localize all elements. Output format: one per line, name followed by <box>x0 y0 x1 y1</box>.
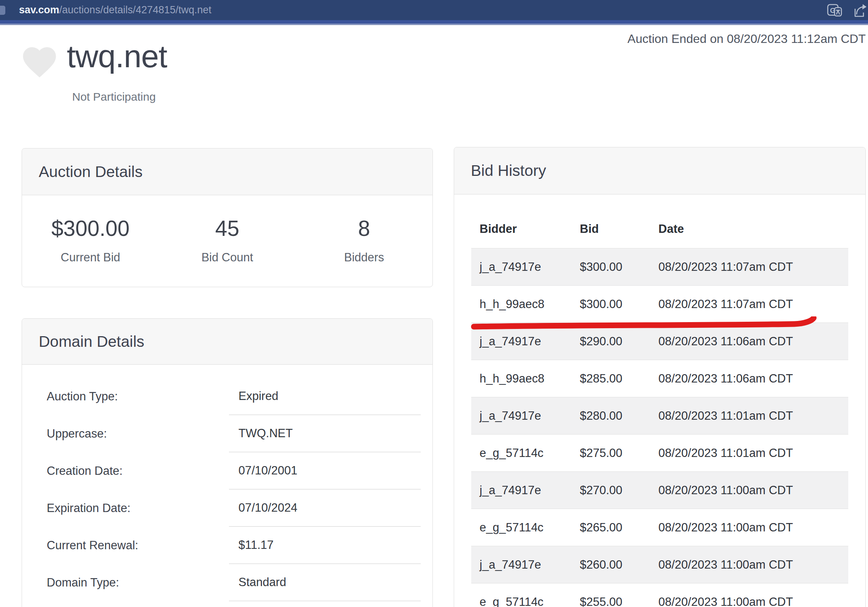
url-domain: sav.com <box>19 4 59 16</box>
bid-row: e_g_57114c$265.0008/20/2023 11:00am CDT <box>471 509 848 546</box>
top-bar-accent-strip <box>0 20 868 24</box>
bid-row-amount: $260.00 <box>580 558 658 572</box>
participation-status: Not Participating <box>72 90 156 103</box>
bid-row-bidder: j_a_74917e <box>471 558 580 572</box>
bid-row-bidder: e_g_57114c <box>471 595 580 607</box>
domain-detail-label: Creation Date: <box>47 464 123 478</box>
domain-detail-label: Domain Type: <box>47 576 119 590</box>
bid-history-card: Bid History Bidder Bid Date j_a_74917e$3… <box>454 147 866 607</box>
share-icon[interactable] <box>851 2 867 19</box>
translate-icon[interactable]: G <box>826 2 843 19</box>
bid-row-bidder: j_a_74917e <box>471 260 580 274</box>
bid-row-date: 08/20/2023 11:00am CDT <box>658 558 848 572</box>
bid-row: j_a_74917e$290.0008/20/2023 11:06am CDT <box>471 322 848 360</box>
bid-row-bidder: j_a_74917e <box>471 484 580 497</box>
stat-current-bid: $300.00 Current Bid <box>22 216 159 264</box>
bid-row-date: 08/20/2023 11:01am CDT <box>658 409 848 423</box>
bid-row-amount: $290.00 <box>580 335 658 348</box>
page-title: twq.net <box>67 38 167 75</box>
bid-row-date: 08/20/2023 11:06am CDT <box>658 372 848 386</box>
bid-history-body: j_a_74917e$300.0008/20/2023 11:07am CDTh… <box>471 248 848 607</box>
domain-detail-value: Standard <box>229 564 421 601</box>
domain-details-title: Domain Details <box>22 319 432 365</box>
bid-row-date: 08/20/2023 11:07am CDT <box>658 260 848 274</box>
bid-row-date: 08/20/2023 11:07am CDT <box>658 297 848 311</box>
auction-details-title: Auction Details <box>22 149 432 195</box>
bid-row-bidder: j_a_74917e <box>471 409 580 423</box>
bid-row: e_g_57114c$275.0008/20/2023 11:01am CDT <box>471 434 848 471</box>
domain-detail-value: 07/10/2024 <box>229 490 421 527</box>
bid-row-amount: $255.00 <box>580 595 658 607</box>
column-header-bidder: Bidder <box>471 222 580 236</box>
address-bar[interactable]: sav.com/auctions/details/4274815/twq.net <box>19 0 211 20</box>
bid-row: e_g_57114c$255.0008/20/2023 11:00am CDT <box>471 583 848 607</box>
bid-count-label: Bid Count <box>159 251 295 264</box>
domain-detail-row: Uppercase:TWQ.NET <box>22 415 432 452</box>
domain-detail-row: Current Renewal:$11.17 <box>22 527 432 564</box>
bid-history-title: Bid History <box>454 147 865 194</box>
bid-row: j_a_74917e$270.0008/20/2023 11:00am CDT <box>471 471 848 509</box>
bid-row-amount: $285.00 <box>580 372 658 386</box>
bid-row-amount: $275.00 <box>580 446 658 460</box>
bid-row: h_h_99aec8$285.0008/20/2023 11:06am CDT <box>471 360 848 397</box>
bid-row-bidder: e_g_57114c <box>471 446 580 460</box>
domain-detail-value: 07/10/2001 <box>229 452 421 490</box>
domain-detail-value: Expired <box>229 378 421 415</box>
bid-row-amount: $280.00 <box>580 409 658 423</box>
bid-row: j_a_74917e$260.0008/20/2023 11:00am CDT <box>471 546 848 583</box>
bidders-label: Bidders <box>296 251 432 264</box>
bid-row-bidder: h_h_99aec8 <box>471 297 580 311</box>
bid-row-date: 08/20/2023 11:00am CDT <box>658 595 848 607</box>
column-header-bid: Bid <box>580 222 658 236</box>
bid-row-amount: $265.00 <box>580 521 658 534</box>
url-path: /auctions/details/4274815/twq.net <box>59 4 211 16</box>
bid-row-highlighted: h_h_99aec8$300.0008/20/2023 11:07am CDT <box>471 285 848 322</box>
bid-row-date: 08/20/2023 11:00am CDT <box>658 521 848 534</box>
bid-history-table: Bidder Bid Date j_a_74917e$300.0008/20/2… <box>471 210 848 607</box>
top-bar-accent-line <box>0 24 868 25</box>
domain-details-rows: Auction Type:ExpiredUppercase:TWQ.NETCre… <box>22 365 432 601</box>
domain-detail-row: Domain Type:Standard <box>22 564 432 601</box>
bid-row-amount: $300.00 <box>580 297 658 311</box>
bid-row-date: 08/20/2023 11:06am CDT <box>658 335 848 348</box>
auction-stats: $300.00 Current Bid 45 Bid Count 8 Bidde… <box>22 195 432 290</box>
current-bid-label: Current Bid <box>22 251 159 264</box>
bidders-value: 8 <box>296 216 432 241</box>
domain-detail-value: $11.17 <box>229 527 421 564</box>
domain-detail-label: Auction Type: <box>47 390 118 403</box>
bid-row-amount: $300.00 <box>580 260 658 274</box>
domain-detail-row: Creation Date:07/10/2001 <box>22 452 432 490</box>
bid-row-bidder: e_g_57114c <box>471 521 580 534</box>
auction-ended-text: Auction Ended on 08/20/2023 11:12am CDT <box>628 32 866 46</box>
auction-details-card: Auction Details $300.00 Current Bid 45 B… <box>22 148 433 287</box>
domain-detail-row: Expiration Date:07/10/2024 <box>22 490 432 527</box>
domain-detail-value: TWQ.NET <box>229 415 421 452</box>
domain-detail-label: Expiration Date: <box>47 501 131 515</box>
bid-history-header-row: Bidder Bid Date <box>471 210 848 248</box>
bid-count-value: 45 <box>159 216 295 241</box>
domain-detail-label: Uppercase: <box>47 427 107 441</box>
column-header-date: Date <box>658 222 848 236</box>
address-bar-icon <box>0 6 5 15</box>
bid-row-date: 08/20/2023 11:00am CDT <box>658 484 848 497</box>
stat-bidders: 8 Bidders <box>296 216 432 264</box>
stat-bid-count: 45 Bid Count <box>159 216 295 264</box>
bid-row-bidder: h_h_99aec8 <box>471 372 580 386</box>
domain-detail-row: Auction Type:Expired <box>22 378 432 415</box>
bid-row-bidder: j_a_74917e <box>471 335 580 348</box>
current-bid-value: $300.00 <box>22 216 159 241</box>
bid-row-amount: $270.00 <box>580 484 658 497</box>
heart-icon[interactable] <box>20 43 59 78</box>
bid-row: j_a_74917e$300.0008/20/2023 11:07am CDT <box>471 248 848 285</box>
domain-detail-label: Current Renewal: <box>47 539 138 552</box>
bid-row-date: 08/20/2023 11:01am CDT <box>658 446 848 460</box>
domain-details-card: Domain Details Auction Type:ExpiredUpper… <box>22 318 433 607</box>
bid-row: j_a_74917e$280.0008/20/2023 11:01am CDT <box>471 397 848 434</box>
